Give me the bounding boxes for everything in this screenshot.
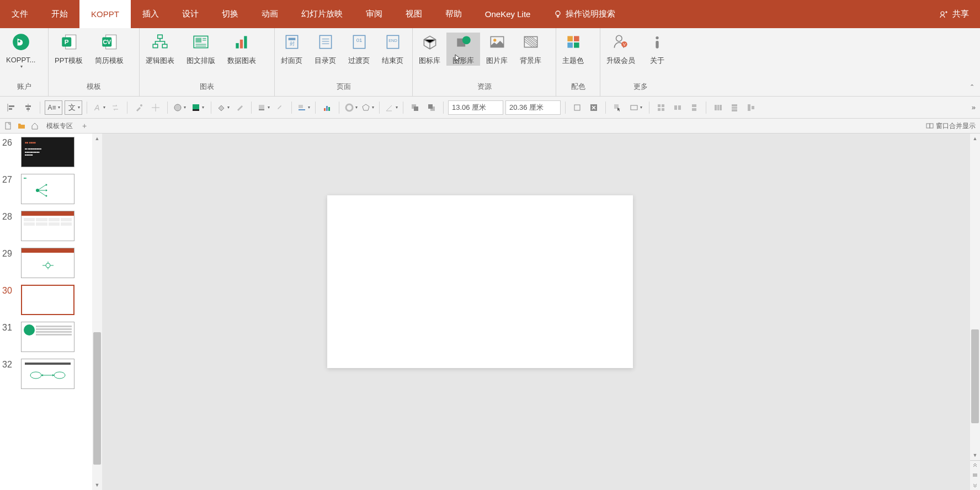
- new-doc-button[interactable]: [2, 120, 14, 132]
- chart-button[interactable]: [320, 100, 334, 115]
- tab-insert[interactable]: 插入: [131, 0, 171, 28]
- font-button[interactable]: A▾: [92, 100, 106, 115]
- tab-review[interactable]: 审阅: [354, 0, 394, 28]
- bg-library-button[interactable]: 背景库: [514, 33, 547, 66]
- canvas-scroll-down-button[interactable]: ▼: [970, 450, 980, 460]
- tab-home[interactable]: 开始: [40, 0, 79, 28]
- layer-back-button[interactable]: [424, 100, 439, 115]
- tab-view[interactable]: 视图: [394, 0, 434, 28]
- align-left-button[interactable]: [4, 100, 19, 115]
- thumb-row[interactable]: 32: [0, 355, 102, 392]
- circle-shape-button[interactable]: ▾: [172, 100, 187, 115]
- delete-x-button[interactable]: [587, 100, 601, 115]
- tab-slideshow[interactable]: 幻灯片放映: [290, 0, 354, 28]
- resume-template-button[interactable]: CV 简历模板: [89, 33, 130, 66]
- angle-button[interactable]: ▾: [384, 100, 398, 115]
- tab-onekey[interactable]: OneKey Lite: [473, 0, 542, 28]
- slide-canvas[interactable]: ▲ ▼: [102, 134, 980, 490]
- template-area-tab[interactable]: 模板专区: [42, 121, 77, 131]
- folder-button[interactable]: [15, 120, 28, 132]
- pen-button[interactable]: [273, 100, 287, 115]
- distribute3-button[interactable]: [744, 100, 758, 115]
- thumb-row[interactable]: 30: [0, 281, 102, 318]
- tab-design[interactable]: 设计: [171, 0, 210, 28]
- replace-button[interactable]: [108, 100, 122, 115]
- thumbs-scroll-thumb[interactable]: [93, 332, 101, 465]
- text-orient-button[interactable]: 文▾: [65, 100, 82, 115]
- imgtxt-button[interactable]: 图文排版: [180, 33, 221, 66]
- home-button[interactable]: [29, 120, 41, 132]
- textbox-button[interactable]: A≡▾: [45, 100, 62, 115]
- next-slide-button[interactable]: [970, 480, 980, 490]
- align-center-button[interactable]: [21, 100, 35, 115]
- end-page-button[interactable]: END 结束页: [376, 33, 409, 66]
- style-button[interactable]: ▾: [296, 100, 311, 115]
- icon-library-button[interactable]: 图标库: [413, 33, 446, 66]
- donut-button[interactable]: ▾: [344, 100, 358, 115]
- logic-chart-button[interactable]: 逻辑图表: [140, 33, 180, 66]
- tab-koppt[interactable]: KOPPT: [79, 0, 131, 28]
- highlight-button[interactable]: ▾: [256, 100, 270, 115]
- transition-page-button[interactable]: 01 过渡页: [342, 33, 376, 66]
- grid3-button[interactable]: [687, 100, 701, 115]
- crop-button[interactable]: [570, 100, 584, 115]
- height-input[interactable]: [448, 100, 503, 115]
- distribute2-button[interactable]: [727, 100, 742, 115]
- eyedropper-button[interactable]: [132, 100, 146, 115]
- fill-color-button[interactable]: ▾: [189, 100, 206, 115]
- width-input[interactable]: [505, 100, 561, 115]
- ppt-template-button[interactable]: P PPT模板: [49, 33, 89, 66]
- slide-nav-menu-button[interactable]: [970, 470, 980, 480]
- tab-animation[interactable]: 动画: [250, 0, 290, 28]
- brush-button[interactable]: [232, 100, 247, 115]
- crosshair-button[interactable]: [148, 100, 163, 115]
- about-button[interactable]: 关于: [641, 33, 673, 66]
- outline-button[interactable]: ▾: [627, 100, 645, 115]
- image-library-button[interactable]: 图片库: [480, 33, 514, 66]
- tab-help[interactable]: 帮助: [434, 0, 473, 28]
- prev-slide-button[interactable]: [970, 460, 980, 470]
- bucket-button[interactable]: ▾: [216, 100, 230, 115]
- layer-front-button[interactable]: [408, 100, 422, 115]
- cover-page-button[interactable]: 封 封面页: [275, 33, 308, 66]
- thumbs-scrollbar[interactable]: ▲ ▼: [92, 134, 102, 490]
- add-tab-button[interactable]: +: [78, 120, 90, 132]
- thumb-row[interactable]: 26■■ ■■■■■■ ■■■■■■■■■■■■■■■■■■■■■■■■■■■: [0, 134, 102, 171]
- toc-page-button[interactable]: 目录页: [308, 33, 342, 66]
- tab-transition[interactable]: 切换: [210, 0, 250, 28]
- thumb-row[interactable]: 28: [0, 207, 102, 244]
- thumb-row[interactable]: 31: [0, 318, 102, 355]
- koppt-account-button[interactable]: KOPPT... ▾: [0, 33, 41, 69]
- canvas-scroll-thumb[interactable]: [971, 329, 979, 423]
- theme-color-button[interactable]: 主题色: [556, 33, 590, 66]
- share-icon: [939, 10, 948, 19]
- active-slide[interactable]: [327, 195, 633, 368]
- thumb-preview[interactable]: [21, 359, 74, 389]
- thumb-preview[interactable]: [21, 248, 74, 278]
- share-button[interactable]: 共享: [928, 9, 980, 19]
- thumb-preview[interactable]: [21, 211, 74, 241]
- thumb-preview[interactable]: [21, 285, 74, 315]
- thumbs-scroll-up-button[interactable]: ▲: [92, 134, 102, 143]
- distribute1-button[interactable]: [711, 100, 725, 115]
- select-cursor-button[interactable]: [610, 100, 625, 115]
- canvas-scroll-up-button[interactable]: ▲: [970, 134, 980, 143]
- tab-file[interactable]: 文件: [0, 0, 40, 28]
- window-merge-button[interactable]: 窗口合并显示: [926, 121, 976, 131]
- thumb-row[interactable]: 27■■: [0, 171, 102, 207]
- thumb-preview[interactable]: [21, 322, 74, 352]
- grid2-button[interactable]: [670, 100, 685, 115]
- collapse-ribbon-button[interactable]: ⌃: [970, 83, 974, 90]
- shape-library-button[interactable]: 图形库: [446, 33, 480, 66]
- expand-toolbar-button[interactable]: »: [972, 103, 976, 111]
- tab-search[interactable]: 操作说明搜索: [542, 0, 627, 28]
- thumb-row[interactable]: 29: [0, 244, 102, 281]
- data-chart-button[interactable]: 数据图表: [221, 33, 262, 66]
- thumb-preview[interactable]: ■■ ■■■■■■ ■■■■■■■■■■■■■■■■■■■■■■■■■■■: [21, 137, 74, 167]
- upgrade-button[interactable]: V 升级会员: [600, 33, 641, 66]
- grid1-button[interactable]: [654, 100, 668, 115]
- thumb-preview[interactable]: ■■: [21, 174, 74, 204]
- pentagon-button[interactable]: ▾: [360, 100, 375, 115]
- thumbs-scroll-down-button[interactable]: ▼: [92, 480, 102, 490]
- canvas-scrollbar[interactable]: ▲ ▼: [970, 134, 980, 490]
